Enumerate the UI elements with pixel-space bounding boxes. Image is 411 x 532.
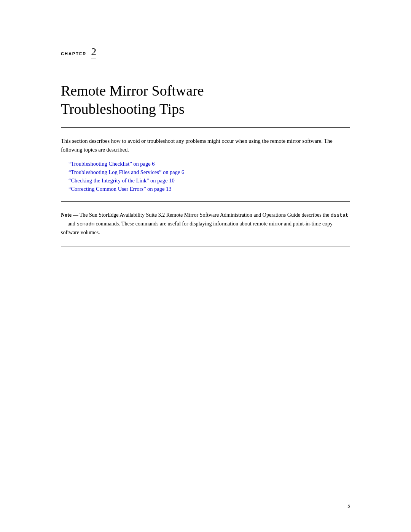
list-item[interactable]: “Checking the Integrity of the Link” on … <box>68 177 350 184</box>
list-item[interactable]: “Troubleshooting Checklist” on page 6 <box>68 160 350 167</box>
note-code2: scmadm <box>76 221 94 227</box>
note-and-text: and <box>68 221 75 227</box>
link-integrity[interactable]: “Checking the Integrity of the Link” on … <box>68 177 175 184</box>
chapter-word: CHAPTER <box>61 51 86 56</box>
chapter-title-line1: Remote Mirror Software <box>61 83 204 99</box>
chapter-label-area: CHAPTER 2 <box>61 46 350 59</box>
top-rule <box>61 127 350 128</box>
link-troubleshooting-checklist[interactable]: “Troubleshooting Checklist” on page 6 <box>68 161 155 167</box>
link-common-errors[interactable]: “Correcting Common User Errors” on page … <box>68 186 172 192</box>
note-code1: dsstat <box>331 212 349 218</box>
chapter-title: Remote Mirror Software Troubleshooting T… <box>61 82 350 118</box>
page-number: 5 <box>347 503 350 509</box>
chapter-number: 2 <box>91 46 96 59</box>
page: CHAPTER 2 Remote Mirror Software Trouble… <box>0 0 411 532</box>
links-list: “Troubleshooting Checklist” on page 6 “T… <box>61 160 350 192</box>
note-label: Note — <box>61 212 78 218</box>
link-log-files[interactable]: “Troubleshooting Log Files and Services”… <box>68 169 184 175</box>
note-text: Note — The Sun StorEdge Availability Sui… <box>61 211 350 237</box>
chapter-title-line2: Troubleshooting Tips <box>61 101 185 117</box>
note-top-rule <box>61 201 350 202</box>
list-item[interactable]: “Correcting Common User Errors” on page … <box>68 185 350 192</box>
note-body-text4: commands. These commands are useful for … <box>61 221 333 235</box>
note-box: Note — The Sun StorEdge Availability Sui… <box>61 211 350 237</box>
list-item[interactable]: “Troubleshooting Log Files and Services”… <box>68 169 350 176</box>
note-body-text2: describes the <box>302 212 330 218</box>
bottom-rule <box>61 246 350 246</box>
intro-paragraph: This section describes how to avoid or t… <box>61 137 350 154</box>
note-body-text1: The Sun StorEdge Availability Suite 3.2 … <box>80 212 300 218</box>
